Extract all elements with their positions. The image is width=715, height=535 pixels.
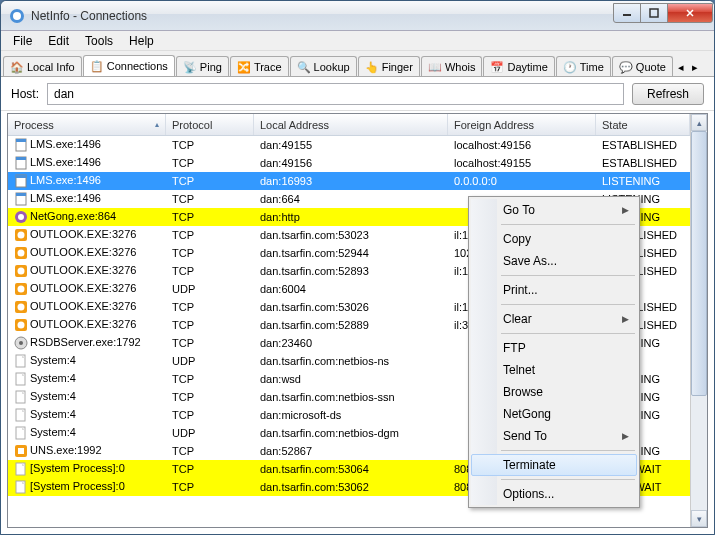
svg-rect-5	[16, 139, 26, 142]
cell-process: OUTLOOK.EXE:3276	[30, 246, 136, 258]
context-menu: Go To▶ Copy Save As... Print... Clear▶ F…	[468, 196, 640, 508]
titlebar[interactable]: NetInfo - Connections	[1, 1, 714, 31]
col-protocol[interactable]: Protocol	[166, 114, 254, 135]
cm-clear[interactable]: Clear▶	[471, 308, 637, 330]
submenu-arrow-icon: ▶	[622, 431, 629, 441]
window-title: NetInfo - Connections	[31, 9, 614, 23]
cm-copy[interactable]: Copy	[471, 228, 637, 250]
tab-local-info[interactable]: 🏠Local Info	[3, 56, 82, 77]
cell-local: dan:wsd	[254, 373, 448, 385]
menubar: File Edit Tools Help	[1, 31, 714, 51]
tab-ping[interactable]: 📡Ping	[176, 56, 229, 77]
cm-options[interactable]: Options...	[471, 483, 637, 505]
cm-sendto[interactable]: Send To▶	[471, 425, 637, 447]
svg-rect-7	[16, 157, 26, 160]
scroll-up-button[interactable]: ▴	[691, 114, 707, 131]
tab-scroll-left[interactable]: ◂	[674, 59, 688, 76]
menu-edit[interactable]: Edit	[40, 32, 77, 50]
cell-process: System:4	[30, 390, 76, 402]
cm-print[interactable]: Print...	[471, 279, 637, 301]
cell-protocol: TCP	[166, 265, 254, 277]
cm-saveas[interactable]: Save As...	[471, 250, 637, 272]
cell-process: NetGong.exe:864	[30, 210, 116, 222]
process-icon	[14, 174, 28, 188]
cell-state: ESTABLISHED	[596, 139, 690, 151]
tab-trace[interactable]: 🔀Trace	[230, 56, 289, 77]
cell-protocol: TCP	[166, 409, 254, 421]
process-icon	[14, 408, 28, 422]
svg-point-21	[18, 286, 25, 293]
col-foreign[interactable]: Foreign Address	[448, 114, 596, 135]
tab-whois[interactable]: 📖Whois	[421, 56, 483, 77]
col-state[interactable]: State	[596, 114, 690, 135]
host-input[interactable]	[47, 83, 624, 105]
scroll-thumb[interactable]	[691, 131, 707, 396]
menu-tools[interactable]: Tools	[77, 32, 121, 50]
cell-protocol: TCP	[166, 139, 254, 151]
cell-process: OUTLOOK.EXE:3276	[30, 228, 136, 240]
col-process[interactable]: Process▴	[8, 114, 166, 135]
cell-local: dan:16993	[254, 175, 448, 187]
process-icon	[14, 372, 28, 386]
cell-local: dan:http	[254, 211, 448, 223]
cm-browse[interactable]: Browse	[471, 381, 637, 403]
cell-local: dan:49156	[254, 157, 448, 169]
cell-state: LISTENING	[596, 175, 690, 187]
col-local[interactable]: Local Address	[254, 114, 448, 135]
table-row[interactable]: LMS.exe:1496TCPdan:49156localhost:49155E…	[8, 154, 690, 172]
app-icon	[9, 8, 25, 24]
cell-process: RSDBServer.exe:1792	[30, 336, 141, 348]
cell-local: dan.tsarfin.com:netbios-ssn	[254, 391, 448, 403]
cm-goto[interactable]: Go To▶	[471, 199, 637, 221]
submenu-arrow-icon: ▶	[622, 205, 629, 215]
close-button[interactable]	[667, 3, 713, 23]
cm-terminate[interactable]: Terminate	[471, 454, 637, 476]
tab-finger[interactable]: 👆Finger	[358, 56, 420, 77]
ping-icon: 📡	[183, 60, 197, 74]
scroll-track[interactable]	[691, 131, 707, 510]
tab-connections[interactable]: 📋Connections	[83, 55, 175, 77]
process-icon	[14, 264, 28, 278]
vertical-scrollbar[interactable]: ▴ ▾	[690, 114, 707, 527]
time-icon: 🕐	[563, 60, 577, 74]
cm-netgong[interactable]: NetGong	[471, 403, 637, 425]
cell-process: OUTLOOK.EXE:3276	[30, 264, 136, 276]
cell-protocol: TCP	[166, 463, 254, 475]
cell-local: dan.tsarfin.com:53064	[254, 463, 448, 475]
tab-quote[interactable]: 💬Quote	[612, 56, 673, 77]
process-icon	[14, 156, 28, 170]
tabbar: 🏠Local Info 📋Connections 📡Ping 🔀Trace 🔍L…	[1, 51, 714, 77]
cm-separator	[501, 333, 635, 334]
cm-telnet[interactable]: Telnet	[471, 359, 637, 381]
refresh-button[interactable]: Refresh	[632, 83, 704, 105]
cell-protocol: TCP	[166, 391, 254, 403]
tab-daytime[interactable]: 📅Daytime	[483, 56, 554, 77]
cell-local: dan.tsarfin.com:netbios-dgm	[254, 427, 448, 439]
submenu-arrow-icon: ▶	[622, 314, 629, 324]
cell-protocol: TCP	[166, 373, 254, 385]
minimize-button[interactable]	[613, 3, 641, 23]
cell-foreign: localhost:49155	[448, 157, 596, 169]
cell-process: System:4	[30, 372, 76, 384]
cell-local: dan.tsarfin.com:53023	[254, 229, 448, 241]
process-icon	[14, 192, 28, 206]
tab-scroll-right[interactable]: ▸	[688, 59, 702, 76]
cm-separator	[501, 224, 635, 225]
process-icon	[14, 426, 28, 440]
cm-ftp[interactable]: FTP	[471, 337, 637, 359]
process-icon	[14, 480, 28, 494]
svg-rect-11	[16, 193, 26, 196]
maximize-button[interactable]	[640, 3, 668, 23]
tab-lookup[interactable]: 🔍Lookup	[290, 56, 357, 77]
table-row[interactable]: LMS.exe:1496TCPdan:169930.0.0.0:0LISTENI…	[8, 172, 690, 190]
menu-help[interactable]: Help	[121, 32, 162, 50]
cell-local: dan.tsarfin.com:52889	[254, 319, 448, 331]
menu-file[interactable]: File	[5, 32, 40, 50]
svg-rect-34	[18, 448, 24, 454]
daytime-icon: 📅	[490, 60, 504, 74]
scroll-down-button[interactable]: ▾	[691, 510, 707, 527]
cell-process: LMS.exe:1496	[30, 156, 101, 168]
cell-process: LMS.exe:1496	[30, 174, 101, 186]
table-row[interactable]: LMS.exe:1496TCPdan:49155localhost:49156E…	[8, 136, 690, 154]
tab-time[interactable]: 🕐Time	[556, 56, 611, 77]
